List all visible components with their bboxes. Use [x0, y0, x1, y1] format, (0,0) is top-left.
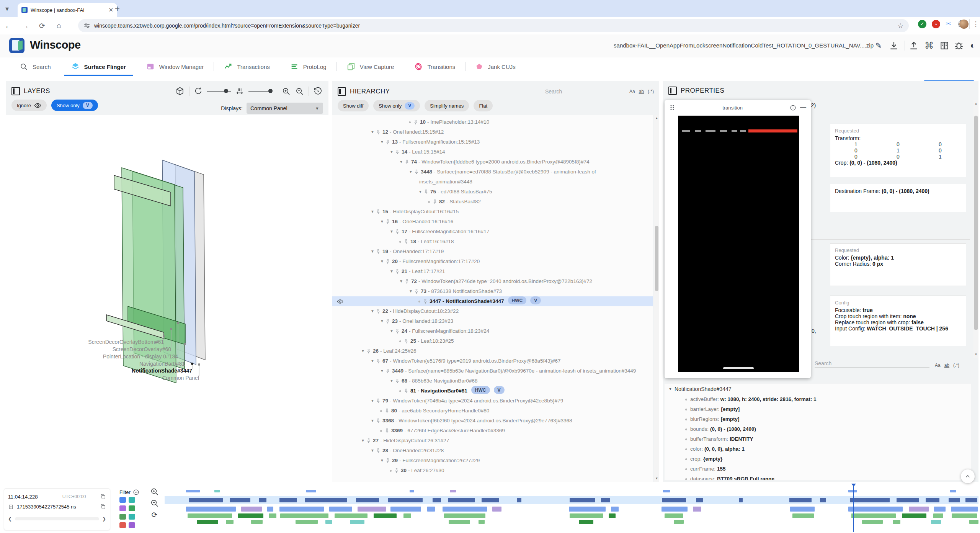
timeline-segment[interactable] [267, 507, 273, 512]
expand-arrow-icon[interactable]: ▼ [398, 157, 404, 167]
tree-node-81[interactable]: 81- NavigationBar0#81HWCV [332, 386, 653, 396]
tab-surface-flinger[interactable]: Surface Flinger [61, 57, 136, 76]
expand-arrow-icon[interactable]: ▼ [389, 376, 395, 386]
timeline-segment[interactable] [449, 520, 470, 524]
tab-transitions[interactable]: Transitions [404, 57, 465, 76]
pin-icon[interactable] [404, 276, 410, 284]
tree-node-26[interactable]: ▼26- Leaf:24:25#26 [332, 346, 653, 356]
new-tab-icon[interactable]: + [115, 4, 120, 14]
reset-view-history-icon[interactable] [314, 87, 322, 96]
extension-red-icon[interactable]: » [932, 20, 940, 28]
rotation-slider[interactable] [207, 91, 231, 92]
timeline-segment[interactable] [951, 507, 978, 512]
timeline-segment[interactable] [570, 498, 595, 502]
tree-node-27[interactable]: ▼27- HideDisplayCutout:26:31#27 [332, 436, 653, 446]
tree-node-23[interactable]: ▼23- OneHanded:18:23#23 [332, 316, 653, 326]
trace-icon-transitions[interactable] [129, 522, 135, 528]
properties-search-input[interactable]: Search [815, 358, 929, 368]
expand-arrow-icon[interactable]: ▼ [360, 436, 366, 446]
property-tree-root[interactable]: ▼ NotificationShade#3447 [665, 384, 971, 394]
timeline-segment[interactable] [492, 507, 501, 512]
tree-node-30[interactable]: 30- Leaf:26:27#30 [332, 466, 653, 476]
timeline-segment[interactable] [570, 513, 603, 518]
back-icon[interactable]: ← [0, 21, 17, 30]
spacing-slider[interactable] [248, 91, 272, 92]
pin-icon[interactable] [385, 316, 390, 324]
match-word-icon[interactable]: ab [639, 89, 644, 94]
tree-node-22[interactable]: ▼22- HideDisplayCutout:18:23#22 [332, 306, 653, 316]
timeline-cursor[interactable] [853, 484, 854, 532]
tree-node-73[interactable]: ▼73- 8736138 NotificationShade#73 [332, 286, 653, 296]
prop-match-case-icon[interactable]: Aa [935, 363, 941, 368]
hierarchy-scrollbar[interactable]: ▲ ▼ [654, 115, 659, 482]
timeline-segment[interactable] [950, 490, 956, 492]
tree-node-14[interactable]: ▼14- Leaf:15:15#14 [332, 147, 653, 157]
rotation-slider-icon[interactable] [194, 87, 203, 95]
pin-icon[interactable] [376, 207, 381, 214]
timeline-segment[interactable] [230, 498, 250, 502]
timeline-canvas[interactable] [165, 484, 978, 532]
pin-icon[interactable] [376, 247, 381, 254]
pin-icon[interactable] [385, 137, 390, 145]
expand-arrow-icon[interactable]: ▼ [379, 316, 385, 326]
timeline-segment[interactable] [851, 513, 896, 518]
tree-node-82[interactable]: 82- StatusBar#82 [332, 197, 653, 207]
expand-arrow-icon[interactable]: ▼ [369, 127, 376, 137]
tree-node-75[interactable]: ▼75- ed70f88 StatusBar#75 [332, 187, 653, 197]
prop-match-word-icon[interactable]: ab [944, 363, 949, 368]
expand-arrow-icon[interactable]: ▼ [369, 446, 376, 456]
timeline-segment[interactable] [902, 513, 926, 518]
trace-icon-ime[interactable] [129, 514, 135, 520]
tree-node-16[interactable]: ▼16- OneHanded:16:16#16 [332, 217, 653, 227]
tree-node-17[interactable]: ▼17- FullscreenMagnification:16:16#17 [332, 227, 653, 237]
timeline-segment[interactable] [186, 507, 236, 512]
show-diff-button[interactable]: Show diff [338, 100, 369, 111]
minimize-icon[interactable]: — [800, 104, 806, 111]
copy-ns-icon[interactable] [100, 504, 106, 510]
browser-tab[interactable]: Winscope | sandbox-FAI ✕ [18, 3, 117, 17]
timeline-segment[interactable] [358, 507, 386, 512]
timeline-segment[interactable] [569, 507, 606, 512]
pin-icon[interactable] [395, 266, 400, 274]
timeline-segment[interactable] [226, 520, 234, 524]
timeline-segment[interactable] [931, 520, 941, 524]
expand-arrow-icon[interactable]: ▼ [369, 396, 376, 406]
prop-scroll-down-arrow[interactable]: ▼ [974, 353, 978, 356]
properties-scrollbar[interactable]: ▲ ▼ [973, 100, 978, 358]
tree-node-15[interactable]: ▼15- HideDisplayCutout:16:16#15 [332, 207, 653, 217]
timeline-segment[interactable] [662, 507, 688, 512]
show-only-button[interactable]: Show only V [51, 100, 98, 111]
timeline-segment[interactable] [356, 498, 379, 502]
pin-icon[interactable] [395, 326, 400, 334]
timeline-segment[interactable] [662, 498, 686, 502]
copy-time-icon[interactable] [100, 494, 106, 500]
documentation-book-icon[interactable] [939, 41, 949, 51]
pin-icon[interactable] [385, 257, 390, 264]
tree-node-12[interactable]: ▼12- OneHanded:15:15#12 [332, 127, 653, 137]
timeline-segment[interactable] [663, 490, 670, 492]
trace-icon-view-capture[interactable] [119, 522, 126, 528]
tree-node-72[interactable]: ▼72- WindowToken{a2746de type=2040 andro… [332, 276, 653, 286]
timeline-segment[interactable] [186, 490, 200, 492]
scroll-down-arrow[interactable]: ▼ [655, 477, 658, 480]
expand-arrow-icon[interactable]: ▼ [369, 356, 376, 366]
zoom-out-icon[interactable] [295, 87, 304, 96]
tab-window-manager[interactable]: Window Manager [136, 57, 214, 76]
property-row[interactable]: crop: {empty} [665, 454, 971, 464]
layer-spacing-icon[interactable] [235, 87, 244, 95]
timeline-segment[interactable] [280, 513, 328, 518]
tree-node-67[interactable]: ▼67- WindowToken{e5176f9 type=2019 andro… [332, 356, 653, 366]
timeline-segment[interactable] [862, 520, 883, 524]
property-row[interactable]: barrierLayer: [empty] [665, 404, 971, 414]
pin-icon[interactable] [403, 386, 409, 394]
pin-icon[interactable] [394, 466, 399, 473]
trace-icon-window-manager[interactable] [119, 505, 126, 511]
tree-node-29[interactable]: ▼29- FullscreenMagnification:26:27#29 [332, 456, 653, 466]
timeline-segment[interactable] [189, 498, 223, 502]
timeline-segment[interactable] [296, 520, 318, 524]
trace-icon-protolog[interactable] [119, 514, 126, 520]
timeline-segment[interactable] [259, 498, 266, 502]
shortcuts-icon[interactable]: ⌘ [924, 41, 934, 51]
timeline-segment[interactable] [965, 498, 977, 502]
timeline-segment[interactable] [949, 498, 960, 502]
